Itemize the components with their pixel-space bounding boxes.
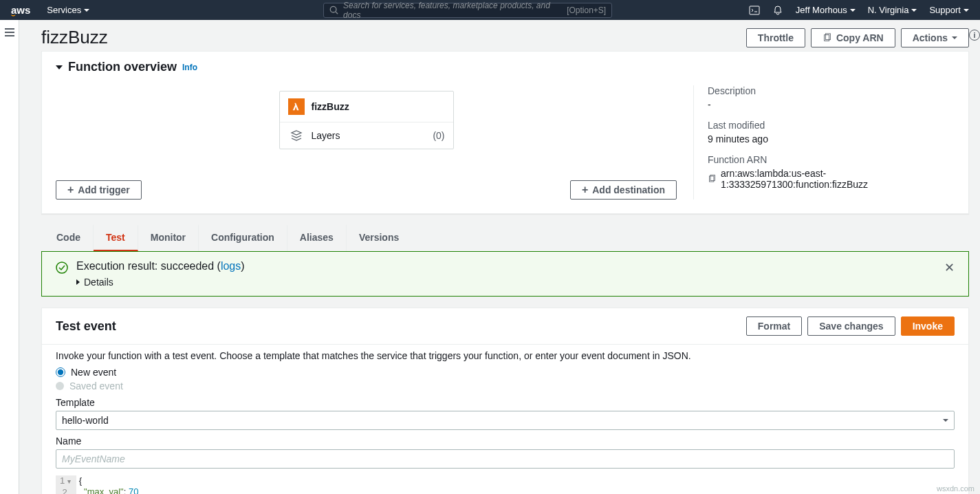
saved-event-radio: Saved event xyxy=(56,380,955,391)
topbar: aws ⌣ Services Search for services, feat… xyxy=(0,0,980,20)
caret-right-icon xyxy=(76,279,80,285)
last-modified-value: 9 minutes ago xyxy=(708,133,955,144)
invoke-button[interactable]: Invoke xyxy=(901,316,955,336)
template-label: Template xyxy=(56,397,955,408)
left-rail xyxy=(0,20,19,494)
copy-icon xyxy=(823,33,832,43)
help-info-icon[interactable]: i xyxy=(969,30,980,41)
copy-icon[interactable] xyxy=(708,174,717,184)
code-line-1: { xyxy=(79,475,82,486)
new-event-radio-input[interactable] xyxy=(56,367,65,377)
alert-close-button[interactable]: ✕ xyxy=(944,260,955,275)
function-card[interactable]: fizzBuzz Layers (0) xyxy=(279,91,454,149)
new-event-radio[interactable]: New event xyxy=(56,367,955,378)
support-menu[interactable]: Support xyxy=(929,5,969,15)
test-event-panel: Test event Format Save changes Invoke In… xyxy=(41,308,969,494)
cloudshell-icon[interactable] xyxy=(749,5,760,16)
test-description: Invoke your function with a test event. … xyxy=(56,350,955,361)
layers-row[interactable]: Layers (0) xyxy=(280,122,453,149)
arn-label: Function ARN xyxy=(708,154,955,165)
caret-down-icon xyxy=(850,9,856,12)
plus-icon: + xyxy=(582,186,588,194)
info-link[interactable]: Info xyxy=(182,63,197,72)
details-toggle[interactable]: Details xyxy=(76,277,936,288)
tab-test[interactable]: Test xyxy=(94,225,138,251)
name-label: Name xyxy=(56,436,955,447)
actions-button[interactable]: Actions xyxy=(901,28,969,47)
region-menu[interactable]: N. Virginia xyxy=(868,5,917,15)
format-button[interactable]: Format xyxy=(746,316,802,336)
collapse-toggle[interactable] xyxy=(56,65,63,69)
caret-down-icon xyxy=(943,419,948,422)
template-value: hello-world xyxy=(62,415,109,426)
last-modified-label: Last modified xyxy=(708,120,955,131)
alert-title: Execution result: succeeded (logs) xyxy=(76,260,936,272)
global-search[interactable]: Search for services, features, marketpla… xyxy=(323,3,612,18)
caret-down-icon xyxy=(84,9,89,12)
tab-versions[interactable]: Versions xyxy=(347,225,411,251)
svg-rect-2 xyxy=(750,6,759,14)
test-event-heading: Test event xyxy=(56,319,116,334)
save-changes-button[interactable]: Save changes xyxy=(807,316,895,336)
plus-icon: + xyxy=(67,186,74,194)
watermark: wsxdn.com xyxy=(937,484,974,493)
svg-point-0 xyxy=(331,6,337,12)
function-name: fizzBuzz xyxy=(312,101,349,112)
hamburger-icon[interactable] xyxy=(5,28,14,36)
aws-logo[interactable]: aws ⌣ xyxy=(11,4,30,17)
search-icon xyxy=(329,6,339,15)
search-shortcut: [Option+S] xyxy=(567,6,606,15)
add-destination-button[interactable]: + Add destination xyxy=(570,180,677,200)
description-value: - xyxy=(708,99,955,110)
saved-event-label: Saved event xyxy=(69,380,123,391)
tab-configuration[interactable]: Configuration xyxy=(199,225,287,251)
layers-label: Layers xyxy=(312,130,340,141)
overview-heading: Function overview xyxy=(68,60,177,74)
copy-arn-button[interactable]: Copy ARN xyxy=(811,28,895,47)
page-title: fizzBuzz xyxy=(41,27,108,48)
code-value: 70 xyxy=(129,486,138,494)
execution-result-alert: Execution result: succeeded (logs) Detai… xyxy=(41,251,969,297)
saved-event-radio-input xyxy=(56,382,64,390)
services-menu[interactable]: Services xyxy=(47,5,89,15)
layers-icon xyxy=(288,129,305,142)
svg-point-7 xyxy=(56,262,67,273)
caret-down-icon xyxy=(963,9,969,12)
user-menu[interactable]: Jeff Morhous xyxy=(796,5,856,15)
new-event-label: New event xyxy=(71,367,116,378)
tab-code[interactable]: Code xyxy=(44,225,94,251)
layers-count: (0) xyxy=(433,130,444,141)
function-overview-panel: Function overview Info fizzBuzz xyxy=(41,51,969,214)
success-check-icon xyxy=(56,261,68,276)
description-label: Description xyxy=(708,85,955,96)
tabs: Code Test Monitor Configuration Aliases … xyxy=(41,225,969,251)
add-trigger-button[interactable]: + Add trigger xyxy=(56,180,142,200)
line-gutter: 1 ▾ 2 3 xyxy=(56,475,76,494)
caret-down-icon xyxy=(952,36,957,39)
lambda-icon xyxy=(288,98,305,115)
throttle-button[interactable]: Throttle xyxy=(746,28,805,47)
json-editor[interactable]: 1 ▾ 2 3 { "max_val": 70 } xyxy=(56,475,955,494)
logs-link[interactable]: logs xyxy=(221,260,241,272)
search-placeholder: Search for services, features, marketpla… xyxy=(343,1,567,20)
notifications-icon[interactable] xyxy=(772,5,783,16)
tab-aliases[interactable]: Aliases xyxy=(287,225,347,251)
event-name-input[interactable] xyxy=(56,449,955,469)
page-header: fizzBuzz Throttle Copy ARN Actions xyxy=(41,20,969,51)
svg-line-1 xyxy=(336,12,338,14)
template-select[interactable]: hello-world xyxy=(56,411,955,430)
code-key: "max_val" xyxy=(84,486,124,494)
tab-monitor[interactable]: Monitor xyxy=(138,225,199,251)
caret-down-icon xyxy=(911,9,917,12)
arn-value: arn:aws:lambda:us-east-1:333325971300:fu… xyxy=(721,168,955,190)
